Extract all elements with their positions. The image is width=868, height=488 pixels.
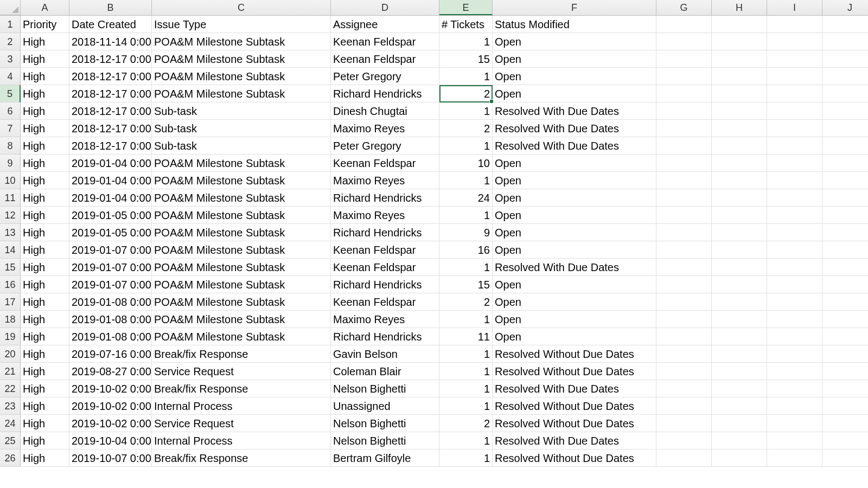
cell-C15[interactable]: POA&M Milestone Subtask xyxy=(152,259,331,276)
cell-J5[interactable] xyxy=(822,85,868,102)
cell-H10[interactable] xyxy=(712,172,767,189)
cell-G10[interactable] xyxy=(656,172,712,189)
cell-D24[interactable]: Nelson Bighetti xyxy=(331,415,439,432)
cell-J18[interactable] xyxy=(822,311,868,328)
cell-D21[interactable]: Coleman Blair xyxy=(331,363,439,380)
cell-B8[interactable]: 2018-12-17 0:00 xyxy=(69,137,152,155)
cell-B15[interactable]: 2019-01-07 0:00 xyxy=(69,259,152,276)
cell-A22[interactable]: High xyxy=(21,380,69,397)
cell-D11[interactable]: Richard Hendricks xyxy=(331,189,439,207)
cell-E6[interactable]: 1 xyxy=(439,102,493,120)
select-all-corner[interactable] xyxy=(0,0,21,15)
cell-C24[interactable]: Service Request xyxy=(152,415,331,432)
cell-F8[interactable]: Resolved With Due Dates xyxy=(493,137,656,155)
cell-C1[interactable]: Issue Type xyxy=(152,16,331,33)
cell-G15[interactable] xyxy=(656,259,712,276)
cell-J13[interactable] xyxy=(822,224,868,241)
row-header-26[interactable]: 26 xyxy=(0,450,21,467)
cell-D6[interactable]: Dinesh Chugtai xyxy=(331,102,439,120)
column-header-G[interactable]: G xyxy=(656,0,712,15)
cell-J21[interactable] xyxy=(822,363,868,380)
cell-I18[interactable] xyxy=(767,311,822,328)
cell-D14[interactable]: Keenan Feldspar xyxy=(331,241,439,259)
cell-F15[interactable]: Resolved With Due Dates xyxy=(493,259,656,276)
cell-A5[interactable]: High xyxy=(21,85,69,102)
cell-B17[interactable]: 2019-01-08 0:00 xyxy=(69,293,152,311)
cell-F7[interactable]: Resolved With Due Dates xyxy=(493,120,656,137)
cell-G6[interactable] xyxy=(656,102,712,120)
cell-J20[interactable] xyxy=(822,345,868,363)
row-header-17[interactable]: 17 xyxy=(0,293,21,311)
cell-C22[interactable]: Break/fix Response xyxy=(152,380,331,397)
cell-B19[interactable]: 2019-01-08 0:00 xyxy=(69,328,152,345)
cell-C17[interactable]: POA&M Milestone Subtask xyxy=(152,293,331,311)
column-header-C[interactable]: C xyxy=(152,0,331,15)
cell-D15[interactable]: Keenan Feldspar xyxy=(331,259,439,276)
cell-A6[interactable]: High xyxy=(21,102,69,120)
cell-C5[interactable]: POA&M Milestone Subtask xyxy=(152,85,331,102)
cell-D16[interactable]: Richard Hendricks xyxy=(331,276,439,293)
cell-H23[interactable] xyxy=(712,397,767,415)
cell-J26[interactable] xyxy=(822,450,868,467)
cell-C13[interactable]: POA&M Milestone Subtask xyxy=(152,224,331,241)
cell-H13[interactable] xyxy=(712,224,767,241)
cell-A4[interactable]: High xyxy=(21,68,69,85)
cell-E23[interactable]: 1 xyxy=(439,397,493,415)
cell-J3[interactable] xyxy=(822,50,868,68)
cell-F3[interactable]: Open xyxy=(493,50,656,68)
cell-E19[interactable]: 11 xyxy=(439,328,493,345)
cell-J7[interactable] xyxy=(822,120,868,137)
cell-I20[interactable] xyxy=(767,345,822,363)
cell-D12[interactable]: Maximo Reyes xyxy=(331,207,439,224)
cell-H22[interactable] xyxy=(712,380,767,397)
column-header-F[interactable]: F xyxy=(493,0,656,15)
cell-I4[interactable] xyxy=(767,68,822,85)
cell-D23[interactable]: Unassigned xyxy=(331,397,439,415)
cell-G3[interactable] xyxy=(656,50,712,68)
column-header-B[interactable]: B xyxy=(69,0,152,15)
cell-C20[interactable]: Break/fix Response xyxy=(152,345,331,363)
row-header-7[interactable]: 7 xyxy=(0,120,21,137)
cell-E25[interactable]: 1 xyxy=(439,432,493,450)
cell-J22[interactable] xyxy=(822,380,868,397)
cell-B14[interactable]: 2019-01-07 0:00 xyxy=(69,241,152,259)
row-header-19[interactable]: 19 xyxy=(0,328,21,345)
cell-C7[interactable]: Sub-task xyxy=(152,120,331,137)
cell-E3[interactable]: 15 xyxy=(439,50,493,68)
cell-B18[interactable]: 2019-01-08 0:00 xyxy=(69,311,152,328)
cell-I5[interactable] xyxy=(767,85,822,102)
cell-J4[interactable] xyxy=(822,68,868,85)
column-header-D[interactable]: D xyxy=(331,0,439,15)
cell-D26[interactable]: Bertram Gilfoyle xyxy=(331,450,439,467)
row-header-4[interactable]: 4 xyxy=(0,68,21,85)
cell-G12[interactable] xyxy=(656,207,712,224)
cell-E8[interactable]: 1 xyxy=(439,137,493,155)
cell-I6[interactable] xyxy=(767,102,822,120)
cell-A19[interactable]: High xyxy=(21,328,69,345)
cell-D18[interactable]: Maximo Reyes xyxy=(331,311,439,328)
cell-E9[interactable]: 10 xyxy=(439,155,493,172)
cell-J17[interactable] xyxy=(822,293,868,311)
cell-I19[interactable] xyxy=(767,328,822,345)
cell-H5[interactable] xyxy=(712,85,767,102)
row-header-23[interactable]: 23 xyxy=(0,397,21,415)
cell-B12[interactable]: 2019-01-05 0:00 xyxy=(69,207,152,224)
cell-J23[interactable] xyxy=(822,397,868,415)
cell-I7[interactable] xyxy=(767,120,822,137)
cell-H26[interactable] xyxy=(712,450,767,467)
cell-B10[interactable]: 2019-01-04 0:00 xyxy=(69,172,152,189)
cell-H21[interactable] xyxy=(712,363,767,380)
cell-D7[interactable]: Maximo Reyes xyxy=(331,120,439,137)
spreadsheet-grid[interactable]: ABCDEFGHIJ 1PriorityDate CreatedIssue Ty… xyxy=(0,0,868,467)
cell-H3[interactable] xyxy=(712,50,767,68)
cell-E14[interactable]: 16 xyxy=(439,241,493,259)
cell-I21[interactable] xyxy=(767,363,822,380)
cell-B11[interactable]: 2019-01-04 0:00 xyxy=(69,189,152,207)
column-header-H[interactable]: H xyxy=(712,0,767,15)
cell-C3[interactable]: POA&M Milestone Subtask xyxy=(152,50,331,68)
cell-J25[interactable] xyxy=(822,432,868,450)
row-header-9[interactable]: 9 xyxy=(0,155,21,172)
cell-D22[interactable]: Nelson Bighetti xyxy=(331,380,439,397)
cell-G8[interactable] xyxy=(656,137,712,155)
cell-J24[interactable] xyxy=(822,415,868,432)
